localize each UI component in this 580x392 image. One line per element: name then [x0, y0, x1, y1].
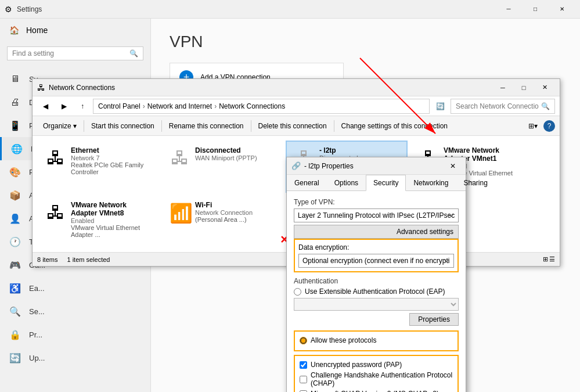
props-icon: 🔗 [291, 161, 301, 170]
rename-connection-button[interactable]: Rename this connection [163, 118, 250, 134]
breadcrumb-cp: Control Panel [98, 102, 141, 110]
pap-checkbox[interactable] [300, 361, 307, 369]
allow-protocols-label: Allow these protocols [311, 336, 376, 344]
start-connection-button[interactable]: Start this connection [85, 118, 160, 134]
breadcrumb-ni: Network and Internet [147, 102, 212, 110]
up-button[interactable]: ↑ [74, 98, 91, 114]
breadcrumb[interactable]: Control Panel › Network and Internet › N… [93, 99, 430, 114]
tab-networking[interactable]: Networking [406, 175, 456, 191]
nc-icon: 🖧 [37, 83, 45, 92]
home-icon: 🏠 [9, 26, 19, 35]
net-item-vmnet8[interactable]: 🖧 VMware Network Adapter VMnet8 Enabled … [37, 195, 159, 247]
vpn-type-select[interactable]: Layer 2 Tunneling Protocol with IPsec (L… [294, 208, 459, 222]
protocols-list: Unencrypted password (PAP) Challenge Han… [294, 355, 459, 392]
mschapv2-label: Microsoft CHAP Version 2 (MS-CHAP v2) [311, 390, 439, 392]
tab-general[interactable]: General [287, 175, 327, 191]
page-title: VPN [170, 33, 561, 51]
sidebar-home-button[interactable]: 🏠 Home [0, 19, 150, 42]
maximize-button[interactable]: □ [522, 0, 549, 19]
home-label: Home [26, 26, 48, 35]
vmnet8-name: VMware Network Adapter VMnet8 [71, 201, 151, 217]
data-enc-select[interactable]: Optional encryption (connect even if no … [298, 254, 454, 268]
organize-button[interactable]: Organize ▾ [37, 118, 82, 134]
devices-icon: 🖨 [9, 96, 21, 108]
eap-select[interactable] [294, 298, 459, 311]
selected-count: 1 item selected [67, 256, 110, 263]
data-encryption-box: Data encryption: Optional encryption (co… [294, 239, 459, 272]
personalization-icon: 🎨 [9, 166, 21, 178]
net-item-pptp[interactable]: 🖧 Disconnected WAN Miniport (PPTP) [161, 141, 283, 193]
gaming-icon: 🎮 [9, 259, 21, 271]
protocol-pap: Unencrypted password (PAP) [300, 361, 453, 369]
allow-protocols-option: Allow these protocols [300, 336, 453, 344]
minimize-button[interactable]: ─ [495, 0, 522, 19]
nc-addressbar: ◀ ▶ ↑ Control Panel › Network and Intern… [33, 96, 560, 116]
forward-button[interactable]: ▶ [56, 98, 72, 114]
ease-icon: ♿ [9, 282, 21, 294]
net-item-ethernet[interactable]: 🖧 Ethernet Network 7 Realtek PCIe GbE Fa… [37, 141, 159, 193]
nc-search-icon: 🔍 [541, 102, 550, 110]
net-item-wlan[interactable]: 📶 Wi-Fi Network Connection (Personal Are… [161, 195, 283, 247]
sidebar-search-box[interactable]: 🔍 [7, 46, 143, 60]
use-eap-option: Use Extensible Authentication Protocol (… [294, 287, 459, 296]
nc-search-box[interactable]: 🔍 [451, 99, 555, 114]
toolbar-separator-4 [334, 120, 334, 132]
update-icon: 🔄 [9, 352, 21, 364]
refresh-button[interactable]: 🔄 [432, 98, 448, 114]
pptp-status: WAN Miniport (PPTP) [195, 154, 275, 161]
sidebar-item-privacy[interactable]: 🔒Pr... [0, 323, 150, 346]
nc-close-button[interactable]: ✕ [534, 79, 555, 96]
allow-protocols-box: Allow these protocols [294, 330, 459, 351]
sidebar-item-update[interactable]: 🔄Up... [0, 346, 150, 369]
nc-minimize-button[interactable]: ─ [492, 79, 513, 96]
nc-maximize-button[interactable]: □ [513, 79, 534, 96]
settings-icon: ⚙ [5, 5, 12, 14]
toolbar-separator-2 [161, 120, 162, 132]
sidebar-search-input[interactable] [12, 49, 126, 57]
props-body: Type of VPN: Layer 2 Tunneling Protocol … [287, 191, 466, 392]
help-button[interactable]: ? [543, 120, 555, 132]
props-tabs: General Options Security Networking Shar… [287, 175, 466, 191]
ethernet-status: Network 7 [71, 154, 151, 161]
toolbar-separator-1 [84, 120, 84, 132]
properties-button[interactable]: Properties [409, 313, 459, 326]
back-button[interactable]: ◀ [37, 98, 53, 114]
vmnet8-icon: 🖧 [45, 202, 66, 224]
pptp-name: Disconnected [195, 146, 275, 154]
delete-connection-button[interactable]: Delete this connection [253, 118, 333, 134]
chap-checkbox[interactable] [300, 376, 307, 383]
auth-label: Authentication [294, 277, 459, 285]
data-enc-label: Data encryption: [298, 243, 454, 251]
wlan-desc: (Personal Area ...) [195, 216, 275, 223]
sidebar-item-search2[interactable]: 🔍Se... [0, 300, 150, 323]
advanced-settings-button[interactable]: Advanced settings [294, 225, 459, 239]
allow-protocols-radio[interactable] [300, 337, 307, 344]
vmnet8-status: Enabled [71, 217, 151, 224]
close-button[interactable]: ✕ [549, 0, 575, 19]
eap-radio[interactable] [294, 288, 301, 296]
view-button[interactable]: ⊞▾ [523, 118, 543, 134]
toolbar-separator-3 [251, 120, 251, 132]
props-close-button[interactable]: ✕ [445, 158, 461, 174]
mschapv2-checkbox[interactable] [300, 390, 307, 393]
wlan-status: Network Connection [195, 209, 275, 216]
tab-sharing[interactable]: Sharing [456, 175, 495, 191]
items-count: 8 items [37, 256, 57, 263]
ethernet-desc: Realtek PCIe GbE Family Controller [71, 161, 151, 175]
chap-label: Challenge Handshake Authentication Proto… [311, 371, 453, 387]
nc-search-input[interactable] [456, 102, 539, 110]
change-settings-button[interactable]: Change settings of this connection [336, 118, 453, 134]
system-icon: 🖥 [9, 73, 21, 85]
protocol-chap: Challenge Handshake Authentication Proto… [300, 371, 453, 387]
properties-dialog: 🔗 - l2tp Properties ✕ General Options Se… [286, 157, 466, 392]
protocol-mschapv2: Microsoft CHAP Version 2 (MS-CHAP v2) [300, 390, 453, 392]
nc-titlebar: 🖧 Network Connections ─ □ ✕ [33, 79, 560, 96]
view-icons[interactable]: ⊞☰ [543, 256, 555, 263]
props-title: - l2tp Properties [304, 162, 445, 170]
tab-security[interactable]: Security [366, 175, 406, 191]
sidebar-item-ease[interactable]: ♿Ea... [0, 276, 150, 300]
pptp-icon: 🖧 [170, 148, 190, 169]
tab-options[interactable]: Options [327, 175, 366, 191]
settings-titlebar: ⚙ Settings ─ □ ✕ [0, 0, 580, 19]
search2-icon: 🔍 [9, 305, 21, 317]
